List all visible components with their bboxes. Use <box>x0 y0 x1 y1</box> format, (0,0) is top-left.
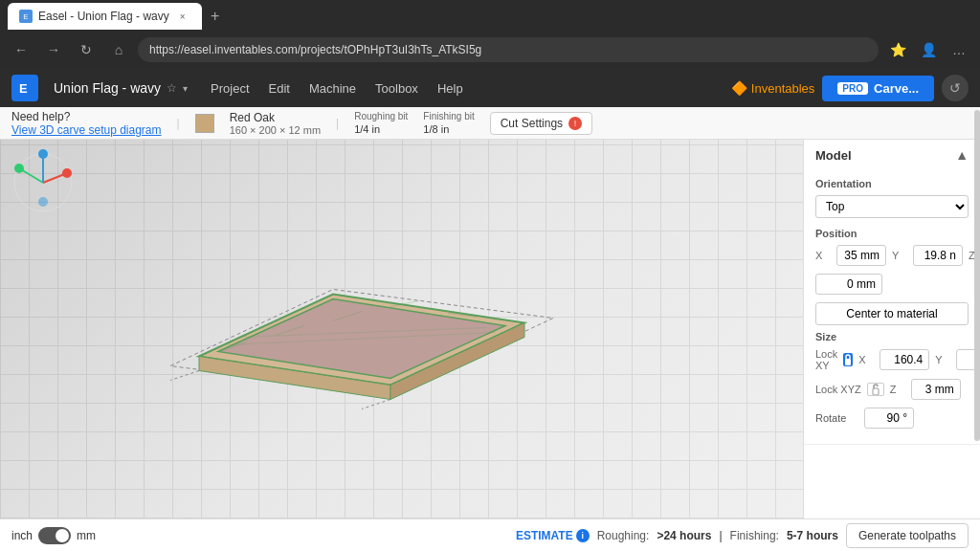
unit-toggle: inch mm <box>11 527 96 544</box>
refresh-btn[interactable]: ↺ <box>942 75 969 101</box>
model-section: Model ▲ Orientation Top Position X <box>804 140 980 445</box>
app-logo: E <box>11 75 38 101</box>
svg-line-18 <box>362 400 390 409</box>
orientation-select[interactable]: Top <box>815 195 969 218</box>
app-title-container: Union Flag - wavy ☆ ▾ <box>54 80 188 96</box>
finishing-bit-section: Finishing bit 1/8 in <box>423 110 474 136</box>
svg-rect-20 <box>873 388 879 395</box>
profile-btn[interactable]: 👤 <box>915 36 942 63</box>
help-section: Need help? View 3D carve setup diagram <box>11 110 162 137</box>
position-row-z <box>815 274 969 295</box>
lock-xy-label: Lock XY <box>815 348 837 371</box>
inventables-label: Inventables <box>751 81 815 96</box>
nav-edit[interactable]: Edit <box>261 77 298 99</box>
pos-y-label: Y <box>892 250 907 261</box>
size-label: Size <box>815 331 969 342</box>
material-section: Red Oak 160 × 200 × 12 mm <box>230 111 321 136</box>
viewport-canvas <box>0 140 803 518</box>
estimate-sep: | <box>719 529 722 542</box>
favicon: E <box>19 10 33 23</box>
cut-settings-button[interactable]: Cut Settings ! <box>490 112 592 135</box>
pos-y-input[interactable] <box>913 245 963 266</box>
center-to-material-btn[interactable]: Center to material <box>815 302 969 325</box>
diagram-link[interactable]: View 3D carve setup diagram <box>11 123 162 137</box>
material-swatch <box>195 114 214 133</box>
nav-project[interactable]: Project <box>203 77 256 99</box>
generate-toolpaths-btn[interactable]: Generate toolpaths <box>846 523 969 548</box>
app-title-star[interactable]: ☆ <box>167 81 177 95</box>
svg-line-17 <box>170 371 199 381</box>
app-title-text: Union Flag - wavy <box>54 80 161 96</box>
finishing-value: 1/8 in <box>423 122 474 136</box>
rotate-input[interactable] <box>864 408 914 429</box>
collapse-icon[interactable]: ▲ <box>955 147 969 163</box>
viewport[interactable] <box>0 140 803 518</box>
lock-xyz-row: Lock XYZ Z <box>815 379 969 400</box>
material-dims: 160 × 200 × 12 mm <box>230 124 321 136</box>
pos-x-input[interactable] <box>836 245 886 266</box>
home-btn[interactable]: ⌂ <box>105 36 132 63</box>
separator2: | <box>336 117 339 130</box>
model-panel-header[interactable]: Model ▲ <box>804 140 980 170</box>
nav-toolbox[interactable]: Toolbox <box>368 77 426 99</box>
3d-model <box>142 232 582 427</box>
browser-tab[interactable]: E Easel - Union Flag - wavy × <box>8 3 202 30</box>
finishing-estimate-value: 5-7 hours <box>787 529 838 542</box>
position-label: Position <box>815 228 969 239</box>
app-title-caret[interactable]: ▾ <box>183 83 188 94</box>
axes-widget <box>10 149 77 216</box>
separator1: | <box>177 117 180 130</box>
estimate-info-icon: i <box>576 529 590 542</box>
lock-xyz-label: Lock XYZ <box>815 384 861 395</box>
unit-mm-label: mm <box>77 529 96 542</box>
material-name: Red Oak <box>230 111 321 124</box>
forward-btn[interactable]: → <box>40 36 67 63</box>
back-btn[interactable]: ← <box>8 36 34 63</box>
svg-text:E: E <box>19 81 28 96</box>
position-row-xy: X Y Z <box>815 245 969 266</box>
size-y-label: Y <box>935 354 950 365</box>
app-header-right: 🔶 Inventables PRO Carve... ↺ <box>731 75 969 101</box>
rotate-label: Rotate <box>815 412 858 424</box>
app-container: E Union Flag - wavy ☆ ▾ Project Edit Mac… <box>0 69 980 551</box>
inventables-link[interactable]: 🔶 Inventables <box>731 80 815 96</box>
roughing-value: 1/4 in <box>354 122 408 136</box>
size-z-input[interactable] <box>911 379 961 400</box>
nav-machine[interactable]: Machine <box>301 77 364 99</box>
orientation-label: Orientation <box>815 178 969 189</box>
carve-button[interactable]: PRO Carve... <box>822 76 934 101</box>
model-panel-body: Orientation Top Position X Y Z <box>804 170 980 444</box>
more-btn[interactable]: … <box>946 36 972 63</box>
extensions-btn[interactable]: ⭐ <box>884 36 911 63</box>
reload-btn[interactable]: ↻ <box>73 36 100 63</box>
nav-help[interactable]: Help <box>430 77 471 99</box>
finishing-estimate-label: Finishing: <box>730 529 779 542</box>
address-text: https://easel.inventables.com/projects/t… <box>149 43 481 56</box>
unit-toggle-switch[interactable] <box>38 527 71 544</box>
lock-xy-icon[interactable] <box>843 353 853 366</box>
lock-xyz-icon[interactable] <box>867 383 884 396</box>
tab-title: Easel - Union Flag - wavy <box>38 10 169 23</box>
carve-label: Carve... <box>874 81 919 96</box>
pro-badge: PRO <box>837 82 868 95</box>
main-content: Model ▲ Orientation Top Position X <box>0 140 980 518</box>
pos-z-input[interactable] <box>815 274 882 295</box>
address-bar[interactable]: https://easel.inventables.com/projects/t… <box>138 37 879 62</box>
nav-actions: ⭐ 👤 … <box>884 36 972 63</box>
tab-close-btn[interactable]: × <box>175 9 190 24</box>
roughing-bit-section: Roughing bit 1/4 in <box>354 110 408 136</box>
size-x-input[interactable] <box>880 349 929 370</box>
unit-inch-label: inch <box>11 529 33 542</box>
roughing-estimate-value: >24 hours <box>657 529 711 542</box>
toggle-knob <box>56 529 69 542</box>
scrollbar[interactable] <box>974 140 980 441</box>
bottom-bar: inch mm ESTIMATE i Roughing: >24 hours |… <box>0 518 980 551</box>
rotate-row: Rotate <box>815 408 969 429</box>
new-tab-btn[interactable]: + <box>202 3 229 30</box>
svg-rect-19 <box>845 359 851 365</box>
model-label: Model <box>815 148 852 163</box>
cut-settings-label: Cut Settings <box>501 117 563 130</box>
svg-point-4 <box>62 168 72 178</box>
right-panel: Model ▲ Orientation Top Position X <box>803 140 980 518</box>
estimate-label[interactable]: ESTIMATE i <box>516 529 590 542</box>
